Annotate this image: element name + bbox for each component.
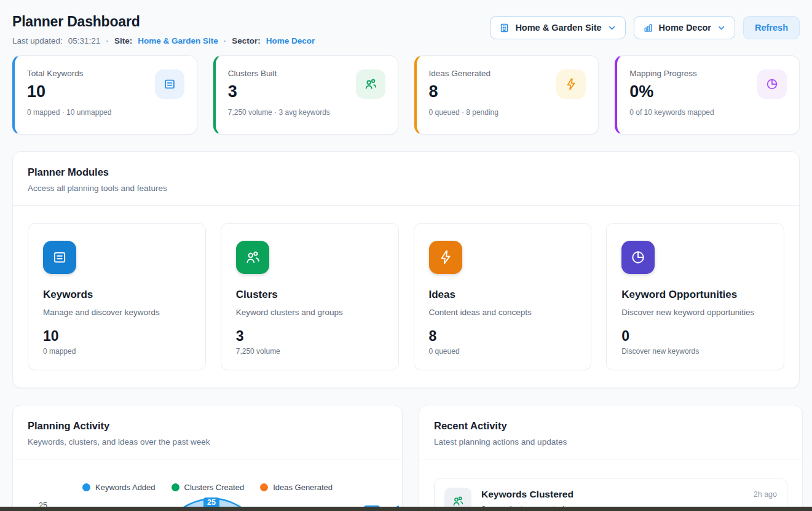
legend-item-keywords-added: Keywords Added: [82, 483, 156, 492]
module-sub: 0 mapped: [43, 347, 191, 356]
site-link[interactable]: Home & Garden Site: [138, 36, 218, 45]
recent-activity-subtitle: Latest planning actions and updates: [434, 437, 787, 447]
module-value: 8: [429, 329, 577, 343]
modules-panel-subtitle: Access all planning tools and features: [28, 184, 784, 193]
document-lines-icon: [43, 241, 76, 274]
activity-item-keywords-clustered[interactable]: Keywords Clustered 2h ago 3 new clusters…: [434, 478, 787, 511]
header-meta: Last updated: 05:31:21 · Site: Home & Ga…: [12, 36, 315, 45]
planner-modules-panel: Planner Modules Access all planning tool…: [12, 151, 800, 388]
planning-activity-subtitle: Keywords, clusters, and ideas over the p…: [28, 437, 387, 447]
legend-label: Clusters Created: [184, 483, 245, 492]
chart-legend: Keywords Added Clusters Created Ideas Ge…: [13, 483, 402, 492]
chevron-down-icon: [717, 23, 726, 33]
planning-activity-panel: Planning Activity Keywords, clusters, an…: [12, 405, 403, 511]
recent-activity-head: Recent Activity Latest planning actions …: [419, 405, 802, 447]
module-title: Clusters: [236, 289, 384, 301]
modules-panel-head: Planner Modules Access all planning tool…: [13, 152, 799, 193]
module-value: 0: [621, 329, 769, 343]
header-actions: Home & Garden Site Home Decor: [490, 16, 800, 39]
sector-selector-label: Home Decor: [659, 23, 711, 33]
stat-sub: 0 mapped · 10 unmapped: [27, 108, 184, 117]
modules-panel-title: Planner Modules: [28, 166, 784, 178]
topbar: Planner Dashboard Last updated: 05:31:21…: [12, 14, 800, 45]
sector-label: Sector:: [232, 36, 261, 45]
bottom-row: Planning Activity Keywords, clusters, an…: [12, 405, 800, 511]
module-sub: Discover new keywords: [621, 347, 769, 356]
legend-item-ideas-generated: Ideas Generated: [260, 483, 333, 492]
document-lines-icon: [155, 69, 184, 99]
site-selector-dropdown[interactable]: Home & Garden Site: [490, 16, 625, 39]
divider: [13, 459, 402, 459]
module-description: Keyword clusters and groups: [236, 308, 384, 317]
module-card-keywords[interactable]: Keywords Manage and discover keywords 10…: [28, 223, 206, 370]
module-value: 10: [43, 329, 191, 343]
module-value: 3: [236, 329, 384, 343]
module-title: Keyword Opportunities: [621, 289, 769, 301]
page-title: Planner Dashboard: [12, 14, 315, 30]
module-description: Manage and discover keywords: [43, 308, 191, 317]
modules-grid: Keywords Manage and discover keywords 10…: [28, 223, 784, 370]
legend-label: Keywords Added: [95, 483, 156, 492]
divider: [419, 459, 802, 459]
module-sub: 0 queued: [429, 347, 577, 356]
lightning-icon: [556, 69, 586, 99]
refresh-button[interactable]: Refresh: [743, 16, 800, 39]
stats-row: Total Keywords 10 0 mapped · 10 unmapped…: [12, 55, 800, 135]
legend-dot-blue: [82, 483, 90, 491]
module-card-ideas[interactable]: Ideas Content ideas and concepts 8 0 que…: [414, 223, 592, 370]
bottom-dark-bar: [0, 507, 812, 511]
meta-separator: ·: [224, 36, 227, 45]
meta-separator: ·: [106, 36, 109, 45]
last-updated-label: Last updated:: [12, 36, 63, 45]
site-label: Site:: [114, 36, 132, 45]
stat-sub: 7,250 volume · 3 avg keywords: [228, 108, 385, 117]
module-card-keyword-opportunities[interactable]: Keyword Opportunities Discover new keywo…: [606, 223, 784, 370]
planner-dashboard-page: Planner Dashboard Last updated: 05:31:21…: [0, 0, 812, 511]
legend-item-clusters-created: Clusters Created: [171, 483, 245, 492]
sector-selector-dropdown[interactable]: Home Decor: [634, 16, 735, 39]
legend-dot-orange: [260, 483, 268, 491]
module-sub: 7,250 volume: [236, 347, 384, 356]
users-icon: [236, 241, 269, 274]
module-title: Keywords: [43, 289, 191, 301]
last-updated-value: 05:31:21: [68, 36, 101, 45]
chevron-down-icon: [607, 23, 617, 33]
recent-activity-title: Recent Activity: [434, 420, 787, 432]
stat-sub: 0 queued · 8 pending: [429, 108, 586, 117]
recent-activity-panel: Recent Activity Latest planning actions …: [419, 405, 803, 511]
module-card-clusters[interactable]: Clusters Keyword clusters and groups 3 7…: [221, 223, 399, 370]
module-description: Discover new keyword opportunities: [621, 308, 769, 317]
pie-chart-icon: [757, 69, 787, 99]
legend-label: Ideas Generated: [273, 483, 333, 492]
legend-dot-green: [171, 483, 179, 491]
stat-sub: 0 of 10 keywords mapped: [629, 108, 787, 117]
planning-activity-head: Planning Activity Keywords, clusters, an…: [13, 405, 402, 447]
stat-card-ideas-generated: Ideas Generated 8 0 queued · 8 pending: [414, 55, 599, 135]
site-selector-label: Home & Garden Site: [515, 23, 601, 33]
stat-card-mapping-progress: Mapping Progress 0% 0 of 10 keywords map…: [615, 55, 800, 135]
header-left: Planner Dashboard Last updated: 05:31:21…: [12, 14, 315, 45]
sector-link[interactable]: Home Decor: [266, 36, 315, 45]
activity-time: 2h ago: [754, 489, 777, 499]
stat-card-clusters-built: Clusters Built 3 7,250 volume · 3 avg ke…: [213, 55, 398, 135]
stat-card-total-keywords: Total Keywords 10 0 mapped · 10 unmapped: [12, 55, 197, 135]
module-title: Ideas: [429, 289, 577, 301]
planning-activity-title: Planning Activity: [28, 420, 387, 432]
users-icon: [356, 69, 385, 99]
divider: [13, 205, 799, 206]
pie-chart-icon: [621, 241, 655, 274]
lightning-icon: [429, 241, 462, 274]
activity-title: Keywords Clustered: [481, 489, 574, 500]
bar-chart-icon: [643, 23, 653, 33]
building-icon: [499, 23, 510, 33]
module-description: Content ideas and concepts: [429, 308, 577, 317]
